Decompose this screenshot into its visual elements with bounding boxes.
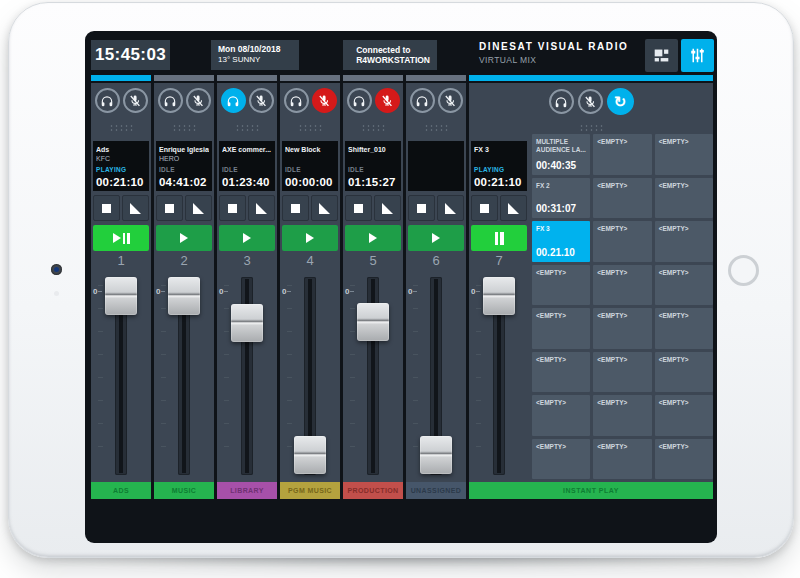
mic-mute-button[interactable] [249, 88, 274, 113]
stop-button[interactable] [408, 195, 435, 221]
fader[interactable]: 0 [154, 271, 214, 479]
channel-strip-7: FX 3 PLAYING 00:21:10 7 [469, 83, 529, 499]
mixer-sliders-icon [689, 47, 706, 64]
mic-mute-button-active[interactable] [375, 88, 400, 113]
fader[interactable]: 0 [280, 271, 340, 479]
instant-play-cell[interactable]: <EMPTY> [532, 439, 590, 480]
stop-button[interactable] [345, 195, 372, 221]
fader-knob[interactable] [168, 277, 200, 315]
fader-knob[interactable] [357, 303, 389, 341]
track-title: Shifter_010 [348, 145, 398, 154]
fader[interactable]: 0 [91, 271, 151, 479]
cell-title: <EMPTY> [536, 399, 586, 407]
instant-play-cell[interactable]: <EMPTY> [532, 352, 590, 393]
cell-time: 00:31:07 [536, 203, 586, 214]
play-button[interactable] [282, 225, 338, 251]
instant-play-cell[interactable]: <EMPTY> [655, 134, 713, 175]
instant-play-cell[interactable]: <EMPTY> [593, 265, 651, 306]
fade-button[interactable] [500, 195, 527, 221]
instant-play-cell[interactable]: <EMPTY> [655, 265, 713, 306]
instant-play-cell[interactable]: <EMPTY> [532, 395, 590, 436]
instant-play-cell[interactable]: FX 200:31:07 [532, 178, 590, 219]
instant-play-cell[interactable]: <EMPTY> [593, 221, 651, 262]
fader-knob[interactable] [231, 304, 263, 342]
play-button[interactable] [93, 225, 149, 251]
headphones-button[interactable] [284, 88, 309, 113]
stop-button[interactable] [219, 195, 246, 221]
drag-handle[interactable] [298, 124, 322, 131]
headphones-button-active[interactable] [221, 88, 246, 113]
instant-play-cell[interactable]: <EMPTY> [655, 395, 713, 436]
play-button[interactable] [408, 225, 464, 251]
instant-play-cell[interactable]: <EMPTY> [532, 308, 590, 349]
fade-button[interactable] [122, 195, 149, 221]
stop-button[interactable] [471, 195, 498, 221]
instant-play-cell[interactable]: <EMPTY> [593, 395, 651, 436]
instant-play-cell[interactable]: <EMPTY> [655, 308, 713, 349]
headphones-button[interactable] [158, 88, 183, 113]
mic-mute-button-active[interactable] [312, 88, 337, 113]
drag-handle[interactable] [235, 124, 259, 131]
pause-icon [123, 233, 126, 244]
instant-play-cell[interactable]: <EMPTY> [593, 178, 651, 219]
drag-handle[interactable] [424, 124, 448, 131]
instant-play-cell[interactable]: <EMPTY> [593, 439, 651, 480]
fader-knob[interactable] [294, 436, 326, 474]
play-button[interactable] [156, 225, 212, 251]
fade-button[interactable] [374, 195, 401, 221]
headphones-button[interactable] [95, 88, 120, 113]
mic-mute-button[interactable] [186, 88, 211, 113]
drag-handle[interactable] [361, 124, 385, 131]
layout-view-button[interactable] [645, 39, 678, 72]
instant-play-cell-selected[interactable]: FX 300.21.10 [532, 221, 590, 262]
track-title: New Block [285, 145, 335, 154]
refresh-button[interactable]: ↻ [607, 88, 634, 115]
fader[interactable]: 0 [406, 271, 466, 479]
instant-play-cell[interactable]: <EMPTY> [655, 221, 713, 262]
fade-button[interactable] [311, 195, 338, 221]
fader-knob[interactable] [105, 277, 137, 315]
home-button[interactable] [728, 255, 759, 286]
fader[interactable]: 0 [217, 271, 277, 479]
fade-button[interactable] [248, 195, 275, 221]
instant-play-cell[interactable]: <EMPTY> [655, 439, 713, 480]
fader[interactable]: 0 [343, 271, 403, 479]
track-subtitle: HERO [159, 154, 209, 163]
channel-number: 7 [469, 253, 529, 271]
headphones-button[interactable] [410, 88, 435, 113]
instant-play-cell[interactable]: <EMPTY> [593, 134, 651, 175]
stop-icon [480, 204, 489, 213]
mic-muted-icon [128, 94, 142, 108]
stop-button[interactable] [93, 195, 120, 221]
drag-handle[interactable] [109, 124, 133, 131]
fader-zero-label: 0 [156, 287, 165, 296]
mic-mute-button[interactable] [438, 88, 463, 113]
pause-button[interactable] [471, 225, 527, 251]
drag-handle[interactable] [172, 124, 196, 131]
drag-handle[interactable] [579, 124, 603, 131]
stop-button[interactable] [282, 195, 309, 221]
headphones-button[interactable] [549, 89, 574, 114]
instant-play-cell[interactable]: <EMPTY> [593, 352, 651, 393]
cell-title: <EMPTY> [597, 356, 647, 364]
mic-mute-button[interactable] [123, 88, 148, 113]
play-button[interactable] [219, 225, 275, 251]
mic-mute-button[interactable] [578, 89, 603, 114]
fader-knob[interactable] [420, 436, 452, 474]
fader[interactable]: 0 [469, 271, 529, 479]
light-sensor-dot [54, 291, 59, 296]
instant-play-cell[interactable]: <EMPTY> [593, 308, 651, 349]
fade-button[interactable] [185, 195, 212, 221]
mixer-view-button[interactable] [681, 39, 714, 72]
stop-button[interactable] [156, 195, 183, 221]
instant-play-cell[interactable]: <EMPTY> [532, 265, 590, 306]
app-title-block: DINESAT VISUAL RADIO VIRTUAL MIX [479, 41, 628, 65]
fade-button[interactable] [437, 195, 464, 221]
instant-play-cell[interactable]: MULTIPLE AUDIENCE LA...00:40:35 [532, 134, 590, 175]
instant-play-cell[interactable]: <EMPTY> [655, 352, 713, 393]
instant-play-cell[interactable]: <EMPTY> [655, 178, 713, 219]
headphones-button[interactable] [347, 88, 372, 113]
fader-knob[interactable] [483, 277, 515, 315]
play-button[interactable] [345, 225, 401, 251]
track-title: AXE commer... [222, 145, 272, 154]
